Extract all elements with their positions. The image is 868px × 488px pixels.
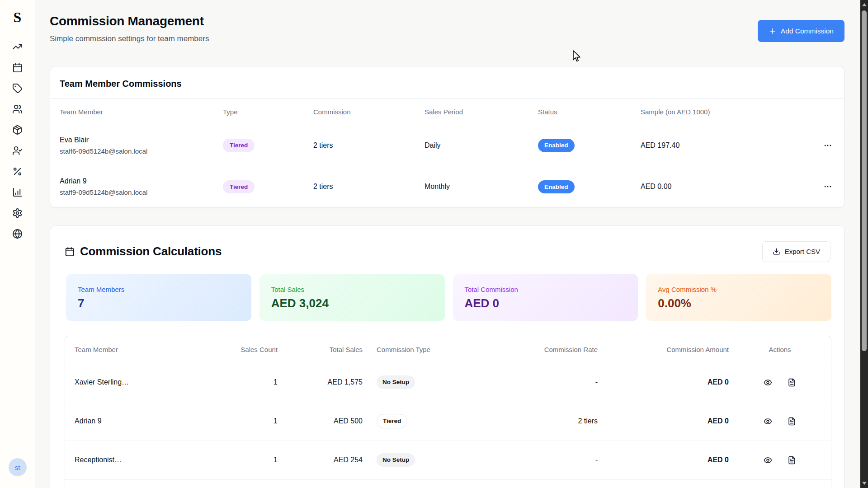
sample-value: AED 197.40 (641, 125, 776, 166)
file-text-icon (788, 417, 796, 426)
col-team-member: Team Member (50, 99, 223, 125)
member-name: Xavier Sterling… (65, 363, 228, 402)
stat-total-commission: Total Commission AED 0 (453, 274, 638, 321)
report-button[interactable] (786, 454, 798, 466)
commission-rate: 2 tiers (458, 402, 598, 441)
col-sample: Sample (on AED 1000) (641, 99, 776, 125)
scrollbar-up-arrow[interactable] (860, 1, 868, 9)
page-header: Commission Management Simple commission … (50, 0, 844, 43)
col-sales-count: Sales Count (228, 336, 278, 363)
commissions-table: Team Member Type Commission Sales Period… (50, 99, 844, 207)
sales-period-value: Daily (425, 125, 538, 166)
tag-icon (12, 83, 23, 94)
commission-rate: - (458, 441, 598, 479)
sample-value: AED 0.00 (641, 166, 776, 207)
package-icon (12, 125, 23, 135)
app-logo[interactable]: S (14, 9, 22, 26)
commission-amount: AED 0 (598, 363, 729, 402)
member-name: Eva Blair (60, 136, 223, 144)
stat-label: Total Sales (271, 286, 433, 293)
type-badge: Tiered (223, 139, 255, 152)
col-commission-amount: Commission Amount (598, 336, 729, 363)
stat-value: AED 3,024 (271, 296, 433, 310)
view-details-button[interactable] (762, 454, 774, 466)
member-name: Adrian 9 (65, 402, 228, 441)
add-commission-label: Add Commission (781, 27, 834, 35)
commission-rate: - (458, 363, 598, 402)
table-row: Adrian 9 staff9-09d5124b@salon.local Tie… (50, 166, 844, 207)
calendar-icon (65, 247, 75, 257)
sidebar-item-commissions[interactable] (11, 166, 24, 177)
scrollbar-down-arrow[interactable] (860, 479, 868, 487)
stat-avg-commission: Avg Commission % 0.00% (646, 274, 831, 321)
stat-value: 0.00% (658, 296, 820, 310)
view-details-button[interactable] (762, 415, 774, 427)
commissions-card-title: Team Member Commissions (50, 66, 844, 99)
scrollbar[interactable] (860, 0, 868, 488)
stat-value: AED 0 (465, 296, 627, 310)
commission-amount: AED 0 (598, 402, 729, 441)
row-actions-button[interactable] (821, 180, 834, 193)
sidebar-nav (11, 41, 24, 239)
table-row: Receptionist… 1 AED 254 No Setup - AED 0 (65, 441, 831, 479)
commission-calculations-card: Commission Calculations Export CSV Team … (50, 225, 844, 488)
view-details-button[interactable] (762, 376, 774, 389)
commission-type-badge: No Setup (377, 453, 415, 467)
settings-icon (12, 208, 23, 218)
commission-amount: AED 0 (598, 441, 729, 479)
total-sales: AED 1,575 (278, 363, 363, 402)
sidebar-item-clients[interactable] (11, 103, 24, 114)
sidebar-item-team[interactable] (11, 145, 24, 156)
col-actions: Actions (729, 336, 831, 363)
sales-count: 1 (228, 363, 278, 402)
users-icon (12, 104, 23, 114)
table-row: Eva Blair staff6-09d5124b@salon.local Ti… (50, 125, 844, 166)
calendar-icon (12, 62, 23, 73)
col-type: Type (223, 99, 313, 125)
export-csv-label: Export CSV (785, 248, 820, 255)
sidebar-item-products[interactable] (11, 124, 24, 135)
report-button[interactable] (786, 376, 798, 389)
col-sales-period: Sales Period (425, 99, 538, 125)
col-total-sales: Total Sales (278, 336, 363, 363)
sidebar-item-tags[interactable] (11, 83, 24, 94)
row-actions-button[interactable] (821, 139, 834, 152)
col-commission-type: Commission Type (363, 336, 458, 363)
sidebar-item-reports[interactable] (11, 187, 24, 197)
calculations-table-box: Team Member Sales Count Total Sales Comm… (65, 336, 831, 488)
file-text-icon (788, 378, 796, 387)
col-commission-rate: Commission Rate (458, 336, 598, 363)
commission-value: 2 tiers (313, 166, 425, 207)
page-title: Commission Management (50, 14, 209, 29)
commission-type-badge: Tiered (377, 414, 407, 428)
bar-chart-icon (12, 187, 23, 197)
table-row: Adrian 9 1 AED 500 Tiered 2 tiers AED 0 (65, 402, 831, 441)
ellipsis-icon (823, 141, 832, 150)
export-csv-button[interactable]: Export CSV (762, 241, 830, 262)
report-button[interactable] (786, 415, 798, 427)
col-commission: Commission (313, 99, 425, 125)
page-subtitle: Simple commission settings for team memb… (50, 34, 209, 43)
stat-value: 7 (78, 296, 240, 310)
user-avatar[interactable]: st (9, 458, 27, 476)
stat-label: Avg Commission % (658, 286, 820, 293)
stat-cards: Team Members 7 Total Sales AED 3,024 Tot… (66, 274, 831, 321)
eye-icon (764, 456, 772, 465)
member-name: Adrian 9 (60, 177, 223, 185)
eye-icon (764, 417, 772, 426)
member-name: Receptionist… (65, 441, 228, 479)
sidebar-item-analytics[interactable] (11, 41, 24, 52)
add-commission-button[interactable]: Add Commission (758, 20, 844, 42)
sidebar-item-calendar[interactable] (11, 62, 24, 73)
scrollbar-thumb[interactable] (862, 10, 867, 351)
col-status: Status (538, 99, 641, 125)
sidebar-item-website[interactable] (11, 228, 24, 239)
trending-up-icon (12, 42, 23, 52)
main-content: Commission Management Simple commission … (35, 0, 860, 488)
member-email: staff9-09d5124b@salon.local (60, 188, 223, 196)
sidebar-item-settings[interactable] (11, 207, 24, 218)
file-text-icon (788, 456, 796, 465)
commissions-table-header: Team Member Type Commission Sales Period… (50, 99, 844, 125)
sales-count: 1 (228, 441, 278, 479)
type-badge: Tiered (223, 180, 255, 194)
